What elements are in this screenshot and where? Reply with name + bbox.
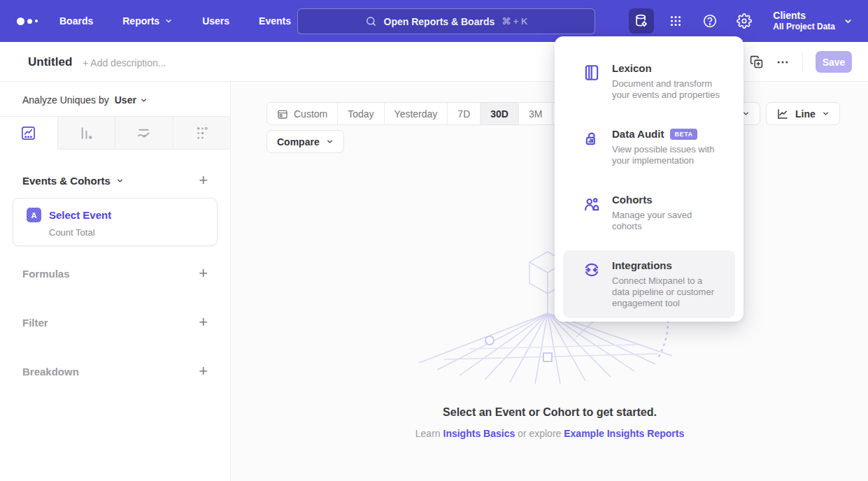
menu-item-title: Integrations: [612, 259, 672, 271]
database-gear-icon: [634, 13, 649, 29]
count-total-label[interactable]: Count Total: [49, 227, 217, 238]
date-range-today[interactable]: Today: [337, 103, 383, 124]
chevron-down-icon: [844, 17, 853, 26]
copy-plus-icon: [750, 55, 763, 69]
more-options-button[interactable]: [776, 55, 790, 69]
report-title[interactable]: Untitled: [28, 55, 72, 69]
nav-item-label: Boards: [59, 15, 93, 27]
date-range-label: Yesterday: [394, 108, 438, 120]
menu-item-title: Cohorts: [612, 194, 653, 206]
cohorts-people-icon: [583, 195, 601, 213]
date-range-custom[interactable]: Custom: [267, 103, 337, 124]
add-description-field[interactable]: + Add description...: [83, 57, 166, 69]
events-cohorts-title[interactable]: Events & Cohorts: [22, 175, 124, 187]
breakdown-section: Breakdown +: [22, 364, 208, 379]
event-card[interactable]: A Select Event Count Total: [13, 198, 218, 246]
chart-type-tabs: [0, 116, 230, 150]
events-cohorts-header: Events & Cohorts +: [22, 173, 208, 188]
report-canvas: Custom Today Yesterday 7D 30D 3M 6M Comp…: [232, 82, 868, 481]
formulas-section: Formulas +: [22, 266, 208, 281]
menu-item-lexicon[interactable]: Lexicon Document and transform your even…: [563, 53, 735, 110]
report-actions: Save: [750, 42, 852, 82]
date-range-3m[interactable]: 3M: [518, 103, 552, 124]
nav-item-boards[interactable]: Boards: [59, 15, 93, 27]
data-management-menu: Lexicon Document and transform your even…: [555, 36, 744, 322]
top-nav: Boards Reports Users Events Open Reports…: [0, 0, 868, 42]
project-switcher[interactable]: Clients All Project Data: [773, 10, 853, 32]
date-range-yesterday[interactable]: Yesterday: [384, 103, 448, 124]
add-formula-button[interactable]: +: [199, 266, 208, 281]
menu-item-integrations[interactable]: Integrations Connect Mixpanel to a data …: [563, 250, 735, 318]
tab-bar-chart[interactable]: [58, 117, 116, 150]
search-icon: [365, 15, 377, 27]
date-range-selector: Custom Today Yesterday 7D 30D 3M 6M: [266, 102, 587, 125]
middle-text: or explore: [518, 428, 561, 439]
lexicon-book-icon: [583, 64, 601, 82]
tab-line-chart[interactable]: [0, 117, 58, 150]
global-search[interactable]: Open Reports & Boards ⌘ + K: [297, 8, 595, 34]
insights-basics-link[interactable]: Insights Basics: [443, 428, 515, 439]
menu-item-title: Data Audit: [612, 128, 664, 140]
gear-icon: [737, 13, 752, 29]
nav-item-reports[interactable]: Reports: [122, 15, 173, 27]
mixpanel-logo[interactable]: [17, 15, 45, 27]
settings-button[interactable]: [732, 8, 757, 34]
data-audit-icon: [583, 129, 601, 148]
nav-item-events[interactable]: Events: [259, 15, 291, 27]
help-button[interactable]: [697, 8, 723, 34]
formulas-title: Formulas: [22, 268, 70, 280]
add-breakdown-button[interactable]: +: [199, 364, 208, 379]
chevron-down-icon: [140, 96, 148, 104]
divider: [802, 53, 803, 71]
search-shortcut: ⌘ + K: [501, 16, 527, 27]
date-range-7d[interactable]: 7D: [447, 103, 480, 124]
tab-flow-chart[interactable]: [115, 117, 173, 150]
add-event-button[interactable]: +: [199, 173, 208, 188]
menu-item-title: Lexicon: [612, 62, 652, 74]
date-range-label: Custom: [294, 108, 327, 120]
menu-item-cohorts[interactable]: Cohorts Manage your saved cohorts: [563, 185, 735, 241]
breakdown-title: Breakdown: [22, 366, 79, 378]
example-reports-link[interactable]: Example Insights Reports: [564, 428, 684, 439]
date-range-30d[interactable]: 30D: [480, 103, 518, 124]
analyze-row: Analyze Uniques by User: [22, 94, 148, 106]
chevron-down-icon: [116, 177, 124, 185]
select-event-label[interactable]: Select Event: [49, 209, 111, 221]
empty-state-title: Select an Event or Cohort to get started…: [232, 406, 868, 419]
tab-metric-chart[interactable]: [173, 117, 231, 150]
nav-links: Boards Reports Users Events: [59, 0, 291, 42]
chart-style-label: Line: [795, 108, 816, 120]
event-letter-badge: A: [27, 208, 41, 222]
menu-item-data-audit[interactable]: Data Audit BETA View possible issues wit…: [563, 119, 735, 175]
line-style-icon: [776, 108, 789, 120]
date-range-label: 30D: [490, 108, 508, 120]
more-horizontal-icon: [776, 55, 790, 69]
analyze-label: Analyze Uniques by: [22, 94, 109, 106]
chevron-down-icon: [164, 17, 173, 25]
filter-title: Filter: [22, 317, 48, 329]
nav-item-label: Reports: [122, 15, 159, 27]
chevron-down-icon: [822, 110, 830, 117]
save-button[interactable]: Save: [816, 51, 852, 73]
apps-grid-button[interactable]: [663, 8, 688, 34]
add-filter-button[interactable]: +: [199, 315, 208, 330]
compare-label: Compare: [277, 136, 320, 148]
nav-item-label: Events: [259, 15, 291, 27]
menu-item-desc: Document and transform your events and p…: [612, 78, 723, 101]
nav-item-label: Users: [202, 15, 229, 27]
date-range-label: 3M: [529, 108, 542, 120]
project-name: All Project Data: [773, 22, 835, 32]
apps-grid-icon: [668, 13, 683, 29]
nav-item-users[interactable]: Users: [202, 15, 229, 27]
chevron-down-icon: [326, 138, 334, 145]
analyze-by-dropdown[interactable]: User: [115, 94, 148, 106]
duplicate-button[interactable]: [750, 55, 763, 69]
section-label: Events & Cohorts: [22, 175, 111, 187]
compare-button[interactable]: Compare: [266, 130, 344, 153]
chart-style-dropdown[interactable]: Line: [766, 102, 840, 125]
menu-item-desc: Connect Mixpanel to a data pipeline or c…: [612, 275, 723, 309]
menu-item-desc: Manage your saved cohorts: [612, 210, 723, 232]
learn-prefix: Learn: [415, 428, 441, 439]
data-management-button[interactable]: [629, 8, 654, 34]
help-circle-icon: [702, 13, 718, 29]
